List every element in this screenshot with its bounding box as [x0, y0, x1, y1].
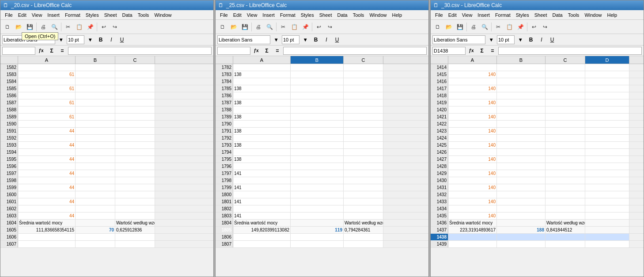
cell[interactable] — [233, 135, 291, 141]
cell[interactable]: 140 — [448, 71, 497, 78]
cell[interactable] — [344, 205, 383, 212]
cell[interactable]: 0,794284361 — [344, 227, 383, 233]
cell[interactable] — [76, 184, 115, 191]
cell[interactable] — [291, 163, 344, 170]
cell[interactable] — [448, 241, 497, 247]
cell[interactable]: 140 — [448, 184, 497, 191]
cell[interactable]: 140 — [448, 170, 497, 177]
menu-item-data[interactable]: Data — [119, 11, 135, 19]
cell[interactable] — [115, 156, 155, 163]
cell[interactable] — [18, 121, 76, 127]
menu-item-window[interactable]: Window — [367, 11, 389, 19]
print-button[interactable]: 🖨 — [468, 22, 479, 32]
cell[interactable] — [344, 198, 383, 205]
cell[interactable] — [76, 71, 115, 78]
italic-button[interactable]: I — [106, 35, 116, 44]
font-name-dropdown[interactable]: ▾ — [271, 35, 281, 44]
cell[interactable] — [291, 142, 344, 148]
cell[interactable]: 61 — [18, 114, 76, 120]
cell[interactable] — [76, 198, 115, 205]
cell[interactable]: 44 — [18, 142, 76, 148]
cell[interactable] — [344, 212, 383, 219]
cell[interactable] — [18, 191, 76, 198]
cell[interactable] — [497, 163, 546, 170]
cell[interactable] — [448, 163, 497, 170]
cell[interactable] — [585, 106, 629, 113]
cell[interactable] — [497, 64, 546, 71]
cell[interactable]: 44 — [18, 184, 76, 191]
cell[interactable] — [115, 170, 155, 177]
italic-button[interactable]: I — [322, 35, 331, 44]
menu-item-view[interactable]: View — [29, 11, 45, 19]
cell[interactable] — [115, 234, 155, 240]
col-header-C[interactable]: C — [344, 56, 383, 64]
cell[interactable] — [497, 191, 546, 198]
cell[interactable] — [344, 184, 383, 191]
cell[interactable] — [497, 241, 546, 247]
cell[interactable] — [344, 191, 383, 198]
cell[interactable] — [448, 191, 497, 198]
cell[interactable] — [233, 163, 291, 170]
cell[interactable] — [546, 64, 585, 71]
cell[interactable] — [291, 198, 344, 205]
formula-input[interactable] — [498, 47, 642, 55]
underline-button[interactable]: U — [117, 35, 127, 44]
col-header-A[interactable]: A — [448, 56, 497, 64]
cell[interactable] — [291, 114, 344, 120]
cell[interactable] — [18, 205, 76, 212]
cell[interactable]: 0,841844512 — [546, 227, 585, 233]
cell[interactable]: 61 — [18, 71, 76, 78]
cell[interactable] — [344, 114, 383, 120]
cell[interactable] — [115, 149, 155, 156]
cell[interactable] — [497, 149, 546, 156]
cell[interactable] — [344, 64, 383, 71]
cell[interactable] — [546, 78, 585, 85]
cell[interactable]: Średnia wartość mocy — [233, 220, 291, 226]
cell[interactable]: 44 — [18, 198, 76, 205]
cell[interactable] — [233, 205, 291, 212]
font-size-input[interactable] — [67, 35, 84, 44]
cell[interactable] — [233, 177, 291, 184]
cell[interactable] — [546, 85, 585, 92]
cell[interactable] — [585, 227, 629, 233]
cell[interactable]: 223,31914893617 — [448, 227, 497, 233]
cell[interactable]: 0,625912836 — [115, 227, 155, 233]
font-name-input[interactable] — [217, 35, 270, 44]
cell[interactable] — [585, 128, 629, 134]
cell[interactable] — [18, 106, 76, 113]
cell[interactable] — [18, 78, 76, 85]
cell[interactable]: 44 — [18, 170, 76, 177]
font-size-input[interactable] — [497, 35, 515, 44]
col-header-A[interactable]: A — [18, 56, 76, 64]
cell[interactable] — [448, 149, 497, 156]
cell[interactable] — [344, 78, 383, 85]
menu-item-file[interactable]: File — [2, 11, 15, 19]
menu-item-edit[interactable]: Edit — [15, 11, 29, 19]
cell[interactable] — [291, 234, 344, 240]
cell[interactable]: 111,836658354115 — [18, 227, 76, 233]
cell[interactable]: 140 — [448, 114, 497, 120]
cell[interactable] — [233, 106, 291, 113]
cell[interactable] — [497, 184, 546, 191]
cell[interactable] — [115, 142, 155, 148]
cell[interactable] — [115, 71, 155, 78]
cell[interactable]: 138 — [233, 85, 291, 92]
cell[interactable] — [546, 114, 585, 120]
cell[interactable] — [291, 205, 344, 212]
cell[interactable] — [344, 241, 383, 247]
cell[interactable] — [497, 85, 546, 92]
cell[interactable] — [585, 71, 629, 78]
paste-button[interactable]: 📌 — [300, 22, 311, 32]
cell[interactable] — [546, 205, 585, 212]
paste-button[interactable]: 📌 — [85, 22, 95, 32]
cell[interactable] — [585, 78, 629, 85]
function-wizard-button[interactable]: ƒx — [251, 46, 261, 55]
menu-item-edit[interactable]: Edit — [231, 11, 244, 19]
cell[interactable] — [585, 177, 629, 184]
cell[interactable] — [497, 99, 546, 106]
cell[interactable] — [76, 220, 115, 226]
paste-button[interactable]: 📌 — [515, 22, 526, 32]
cell[interactable] — [585, 191, 629, 198]
cell[interactable]: 138 — [233, 71, 291, 78]
print-button[interactable]: 🖨 — [38, 22, 49, 32]
